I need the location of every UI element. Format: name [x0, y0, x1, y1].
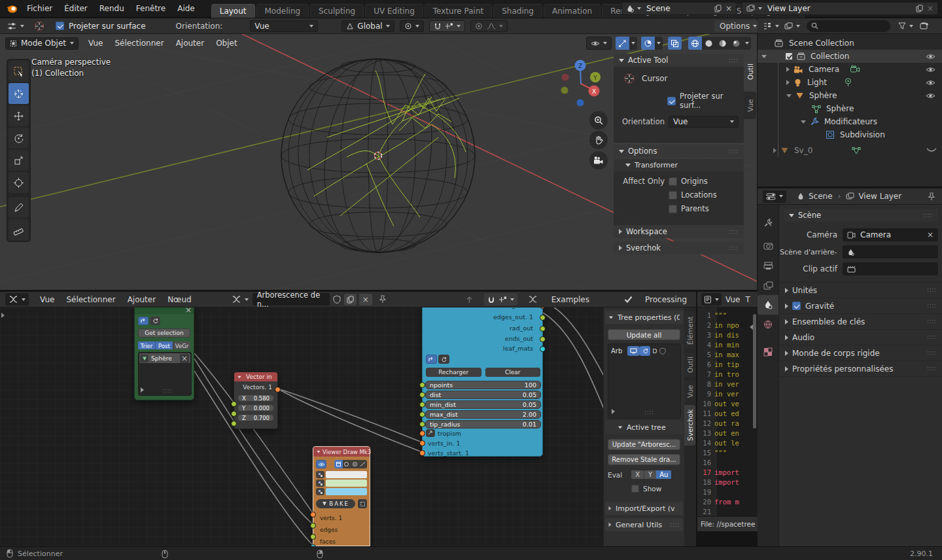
tip-radius-slider[interactable]: tip_radius0.01 [425, 420, 541, 429]
menu-fenetre[interactable]: Fenêtre [130, 4, 171, 13]
eye-icon[interactable] [926, 92, 935, 99]
tree-properties-header[interactable]: Tree properties (0 [605, 311, 683, 324]
viewport-menu-selectionner[interactable]: Sélectionner [109, 39, 169, 48]
locations-checkbox[interactable] [669, 191, 677, 200]
recharger-button[interactable]: Recharger [426, 368, 481, 377]
bake-options-button[interactable] [358, 499, 367, 508]
workspace-tab-uvediting[interactable]: UV Editing [365, 4, 423, 18]
outliner-row-collection[interactable]: Collection [758, 50, 942, 63]
workspace-tab-modeling[interactable]: Modeling [256, 4, 309, 18]
outliner-row-light[interactable]: Light [758, 76, 942, 89]
face-color-swatch[interactable] [326, 488, 367, 495]
outliner-row-sphere-data[interactable]: Sphère [758, 102, 942, 115]
list-resize-grip[interactable] [644, 410, 654, 415]
vert-color-icon[interactable] [316, 471, 324, 478]
refresh-icon-button[interactable] [150, 317, 160, 325]
node-viewer-draw[interactable]: Viewer Draw Mk3 BAKE [313, 446, 370, 546]
tool-measure[interactable] [9, 219, 29, 240]
scene-name[interactable]: Scene [646, 4, 671, 13]
gravity-checkbox[interactable] [792, 302, 801, 310]
copy-view-layer-icon[interactable] [916, 5, 923, 12]
tab-scene[interactable] [758, 295, 778, 315]
outliner-row-subdivision[interactable]: Subdivision [758, 128, 942, 141]
text-menu-vue[interactable]: Vue [722, 295, 744, 304]
mode-selector[interactable]: Mode Objet [5, 37, 78, 50]
overlays-toggle[interactable] [641, 37, 663, 50]
shading-rendered[interactable] [729, 37, 743, 50]
tree-d-label[interactable]: D [652, 347, 657, 355]
menu-processing[interactable]: Processing [639, 295, 693, 304]
tab-render[interactable] [758, 236, 778, 256]
socket-edges-in[interactable] [310, 523, 316, 529]
pin-icon[interactable] [379, 295, 387, 304]
socket-npoints[interactable] [419, 382, 425, 388]
unlink-scene-icon[interactable] [725, 4, 732, 13]
eval-x-toggle[interactable]: X [631, 470, 644, 479]
list-expand-icon[interactable] [612, 409, 615, 414]
gizmos-toggle[interactable] [616, 37, 637, 50]
bind-icon-button[interactable] [426, 355, 437, 364]
tab-texture[interactable] [758, 342, 778, 362]
node-menu-selectionner[interactable]: Sélectionner [60, 295, 121, 304]
socket-ends-out[interactable] [540, 336, 546, 342]
chevron-down-icon[interactable] [926, 148, 937, 153]
text-scrollbar[interactable] [753, 314, 756, 429]
sidebar-tab-vue[interactable]: Vue [684, 381, 695, 402]
panel-scene-header[interactable]: Scène [784, 209, 938, 222]
fake-user-shield-icon[interactable] [659, 347, 666, 355]
panel-custom-props[interactable]: Propriétés personnalisées [780, 361, 942, 377]
display-curve-toggle[interactable] [359, 460, 367, 468]
panel-unites[interactable]: Unités [780, 283, 942, 298]
get-selection-button[interactable]: Get selection [138, 328, 190, 338]
refresh-icon-button[interactable] [438, 355, 449, 364]
socket-x-in[interactable] [231, 401, 237, 407]
origins-checkbox[interactable] [669, 177, 677, 186]
properties-editor-type-dropdown[interactable] [763, 190, 786, 203]
panel-transformer-header[interactable]: Transformer [614, 159, 744, 171]
remove-view-layer-icon[interactable] [927, 4, 933, 13]
panel-rigide[interactable]: Monde de corps rigide [780, 345, 942, 361]
shading-wireframe[interactable] [688, 37, 702, 50]
npanel-tab-vue[interactable]: Vue [744, 92, 756, 119]
snap-node-group[interactable] [484, 293, 517, 306]
camera-field[interactable]: Camera [843, 228, 938, 241]
text-editor[interactable]: 1""" 2in npo 3in dis 4in min 5in max 6in… [697, 307, 758, 531]
shading-solid[interactable] [702, 37, 716, 50]
socket-verts-in[interactable] [419, 440, 425, 446]
general-utils-header[interactable]: General Utils [605, 518, 683, 531]
object-visibility-dropdown[interactable] [586, 37, 612, 50]
close-node-icon[interactable] [185, 307, 192, 315]
camera-view-button[interactable] [589, 151, 608, 169]
node-menu-ajouter[interactable]: Ajouter [122, 295, 162, 304]
proportional-edit-group[interactable] [470, 20, 508, 32]
get-objects-icon-button[interactable] [138, 317, 148, 325]
outliner-row-modificateurs[interactable]: Modificateurs [758, 115, 942, 128]
blender-logo-icon[interactable] [6, 3, 18, 14]
tree-list-item[interactable]: Arb D [609, 345, 680, 357]
min-dist-slider[interactable]: min_dist0.05 [425, 400, 541, 409]
outliner-row-camera[interactable]: Camera [758, 63, 942, 76]
workspace-tab-sculpting[interactable]: Sculpting [310, 4, 364, 18]
workspace-tab-shading[interactable]: Shading [493, 4, 542, 18]
viewer-draw-header[interactable]: Viewer Draw Mk3 [313, 447, 370, 457]
socket-leaf-mats-out[interactable] [540, 346, 546, 352]
workspace-tab-layout[interactable]: Layout [211, 4, 255, 18]
max-dist-slider[interactable]: max_dist2.00 [425, 410, 541, 419]
xray-toggle[interactable] [668, 37, 682, 50]
panel-options-header[interactable]: Options [614, 145, 744, 158]
orientation-n-dropdown[interactable]: Vue [669, 116, 739, 128]
workspace-tab-texturepaint[interactable]: Texture Paint [425, 4, 492, 18]
breadcrumb-scene[interactable]: Scene [809, 192, 833, 201]
node-vector-in[interactable]: Vector in Vectors. 1 X0.580 Y0.000 Z0.70… [234, 372, 278, 429]
tropism-options-button[interactable] [426, 429, 435, 437]
npanel-tab-outil[interactable]: Outil [744, 55, 756, 89]
socket-max-dist[interactable] [419, 411, 425, 417]
menu-examples[interactable]: Examples [546, 295, 595, 304]
socket-verts-in[interactable] [310, 512, 316, 517]
tab-view-layer[interactable] [758, 275, 778, 295]
menu-aide[interactable]: Aide [171, 4, 201, 13]
pivot-point-dropdown[interactable] [400, 20, 424, 32]
show-checkbox[interactable] [631, 485, 639, 493]
snap-group[interactable] [429, 20, 465, 32]
tool-select-box[interactable] [9, 61, 29, 82]
